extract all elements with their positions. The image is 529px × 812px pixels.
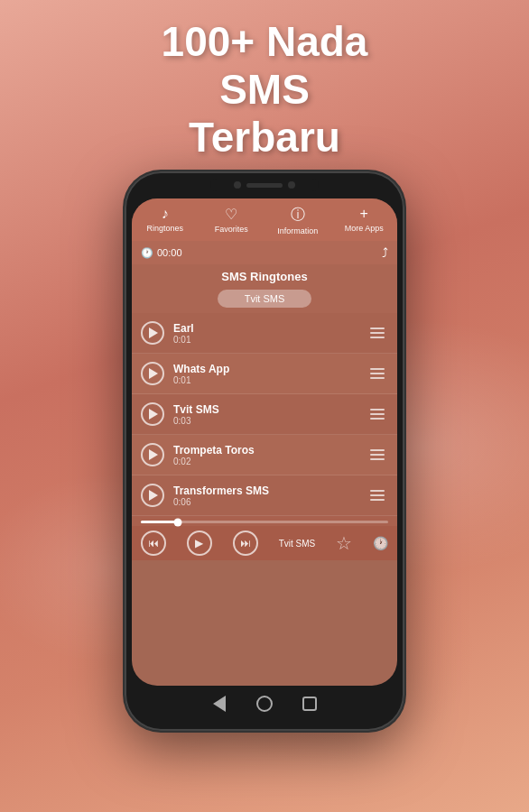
phone-nav-bar <box>125 686 404 722</box>
play-triangle-icon <box>149 449 158 460</box>
song-info-3: Trompeta Toros 0:02 <box>173 444 367 466</box>
song-info-2: Tvit SMS 0:03 <box>173 403 367 426</box>
recents-icon <box>302 697 317 711</box>
home-button[interactable] <box>255 695 274 713</box>
front-camera <box>234 181 241 189</box>
play-button-1[interactable] <box>141 362 164 385</box>
progress-dot <box>174 518 182 526</box>
list-item[interactable]: Tvit SMS 0:03 <box>132 394 397 435</box>
progress-bar <box>141 521 388 523</box>
play-button-2[interactable] <box>141 402 164 426</box>
now-playing-label: Tvit SMS <box>279 539 316 549</box>
play-triangle-icon <box>149 328 158 338</box>
phone-screen: ♪ Ringtones ♡ Favorites ⓘ Information + … <box>132 198 397 686</box>
back-button[interactable] <box>210 695 228 713</box>
section-title: SMS Ringtones <box>132 264 397 286</box>
play-pause-button[interactable]: ▶ <box>187 531 212 556</box>
phone-notch <box>210 179 319 191</box>
list-item[interactable]: Earl 0:01 <box>132 313 397 354</box>
favorite-star-button[interactable]: ☆ <box>336 532 352 554</box>
rewind-button[interactable]: ⏮ <box>141 531 166 556</box>
recents-button[interactable] <box>301 695 319 713</box>
list-item[interactable]: Whats App 0:01 <box>132 354 397 394</box>
tab-information[interactable]: ⓘ Information <box>264 204 331 237</box>
back-icon <box>213 696 226 712</box>
tab-favorites[interactable]: ♡ Favorites <box>199 204 265 237</box>
earpiece <box>246 183 283 188</box>
song-info-1: Whats App 0:01 <box>173 363 367 385</box>
menu-icon-1[interactable] <box>367 364 388 383</box>
app-tab-bar: ♪ Ringtones ♡ Favorites ⓘ Information + … <box>132 198 397 241</box>
more-apps-icon: + <box>360 206 368 222</box>
info-icon: ⓘ <box>291 206 305 225</box>
front-camera-2 <box>288 181 295 189</box>
play-button-3[interactable] <box>141 443 164 466</box>
bottom-controls: ⏮ ▶ ⏭ Tvit SMS ☆ 🕐 <box>132 526 397 560</box>
menu-icon-3[interactable] <box>367 446 388 464</box>
fast-forward-button[interactable]: ⏭ <box>233 531 258 556</box>
timer-icon: 🕐 <box>141 247 153 259</box>
player-top-bar: 🕐 00:00 ⤴ <box>132 241 397 264</box>
play-triangle-icon <box>149 409 158 420</box>
favorites-icon: ♡ <box>225 206 237 223</box>
menu-icon-2[interactable] <box>367 405 388 423</box>
play-button-4[interactable] <box>141 484 164 507</box>
share-icon[interactable]: ⤴ <box>382 245 388 260</box>
pill-button-area: Tvit SMS <box>132 286 397 313</box>
menu-icon-4[interactable] <box>367 486 388 504</box>
pill-button[interactable]: Tvit SMS <box>218 290 312 308</box>
song-list: Earl 0:01 Whats App 0:01 <box>132 313 397 516</box>
play-triangle-icon <box>149 368 158 379</box>
song-info-0: Earl 0:01 <box>173 322 367 345</box>
tab-ringtones[interactable]: ♪ Ringtones <box>132 204 199 237</box>
menu-icon-0[interactable] <box>367 324 388 342</box>
list-item[interactable]: Transformers SMS 0:06 <box>132 475 397 516</box>
progress-fill <box>141 521 178 523</box>
play-button-0[interactable] <box>141 321 164 345</box>
home-icon <box>256 696 273 712</box>
ringtones-icon: ♪ <box>162 206 169 222</box>
player-timer: 🕐 00:00 <box>141 247 182 259</box>
list-item[interactable]: Trompeta Toros 0:02 <box>132 435 397 475</box>
progress-bar-area[interactable] <box>132 516 397 526</box>
tab-more-apps[interactable]: + More Apps <box>331 204 398 237</box>
song-info-4: Transformers SMS 0:06 <box>173 484 367 507</box>
header-title: 100+ Nada SMS Terbaru <box>0 18 529 161</box>
phone-frame: ♪ Ringtones ♡ Favorites ⓘ Information + … <box>125 171 404 731</box>
play-triangle-icon <box>149 490 158 501</box>
sleep-timer-button[interactable]: 🕐 <box>373 536 388 550</box>
